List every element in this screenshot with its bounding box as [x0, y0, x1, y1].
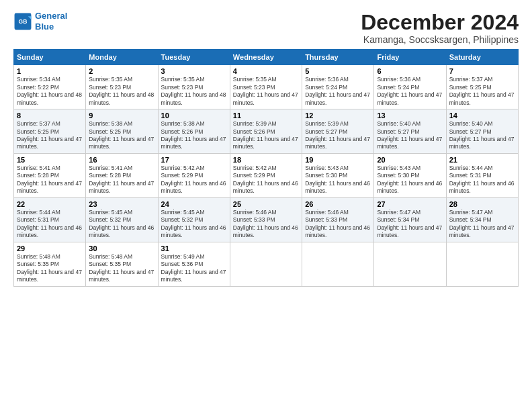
day-info: Sunrise: 5:48 AMSunset: 5:35 PMDaylight:…	[89, 253, 154, 284]
day-cell	[302, 242, 374, 286]
day-cell: 30 Sunrise: 5:48 AMSunset: 5:35 PMDaylig…	[86, 242, 158, 286]
day-cell	[446, 242, 518, 286]
day-info: Sunrise: 5:49 AMSunset: 5:36 PMDaylight:…	[161, 253, 227, 284]
day-number: 19	[305, 156, 371, 164]
day-cell: 20 Sunrise: 5:43 AMSunset: 5:30 PMDaylig…	[374, 153, 446, 197]
day-number: 14	[449, 111, 515, 120]
day-number: 25	[233, 200, 299, 208]
logo: GB General Blue	[13, 11, 67, 32]
col-header-sunday: Sunday	[14, 50, 86, 65]
day-number: 13	[377, 111, 443, 120]
title-block: December 2024 Kamanga, Soccsksargen, Phi…	[361, 11, 519, 45]
day-number: 24	[161, 200, 227, 208]
day-cell	[374, 242, 446, 286]
col-header-monday: Monday	[86, 50, 158, 65]
day-cell: 26 Sunrise: 5:46 AMSunset: 5:33 PMDaylig…	[302, 197, 374, 242]
day-cell: 3 Sunrise: 5:35 AMSunset: 5:23 PMDayligh…	[158, 65, 230, 109]
day-info: Sunrise: 5:44 AMSunset: 5:31 PMDaylight:…	[449, 165, 515, 195]
day-number: 12	[305, 111, 371, 120]
day-cell: 23 Sunrise: 5:45 AMSunset: 5:32 PMDaylig…	[86, 197, 158, 242]
day-info: Sunrise: 5:40 AMSunset: 5:27 PMDaylight:…	[377, 120, 443, 151]
day-cell: 27 Sunrise: 5:47 AMSunset: 5:34 PMDaylig…	[374, 197, 446, 242]
week-row-4: 22 Sunrise: 5:44 AMSunset: 5:31 PMDaylig…	[14, 197, 519, 242]
col-header-saturday: Saturday	[446, 50, 518, 65]
logo-line1: General	[35, 11, 67, 21]
day-cell: 29 Sunrise: 5:48 AMSunset: 5:35 PMDaylig…	[14, 242, 86, 286]
day-number: 2	[89, 67, 154, 75]
day-info: Sunrise: 5:42 AMSunset: 5:29 PMDaylight:…	[161, 165, 227, 195]
day-number: 5	[305, 67, 371, 75]
day-number: 3	[161, 67, 227, 75]
day-number: 17	[161, 156, 227, 164]
day-cell: 5 Sunrise: 5:36 AMSunset: 5:24 PMDayligh…	[302, 65, 374, 109]
header: GB General Blue December 2024 Kamanga, S…	[13, 11, 519, 45]
col-header-tuesday: Tuesday	[158, 50, 230, 65]
col-header-thursday: Thursday	[302, 50, 374, 65]
calendar-table: SundayMondayTuesdayWednesdayThursdayFrid…	[13, 49, 519, 286]
day-info: Sunrise: 5:42 AMSunset: 5:29 PMDaylight:…	[233, 165, 299, 195]
day-cell: 8 Sunrise: 5:37 AMSunset: 5:25 PMDayligh…	[14, 109, 86, 154]
main-title: December 2024	[361, 11, 519, 34]
day-cell: 19 Sunrise: 5:43 AMSunset: 5:30 PMDaylig…	[302, 153, 374, 197]
day-cell: 12 Sunrise: 5:39 AMSunset: 5:27 PMDaylig…	[302, 109, 374, 154]
day-number: 7	[449, 67, 515, 75]
week-row-3: 15 Sunrise: 5:41 AMSunset: 5:28 PMDaylig…	[14, 153, 519, 197]
day-info: Sunrise: 5:48 AMSunset: 5:35 PMDaylight:…	[17, 253, 83, 284]
day-cell: 11 Sunrise: 5:39 AMSunset: 5:26 PMDaylig…	[230, 109, 302, 154]
day-cell: 17 Sunrise: 5:42 AMSunset: 5:29 PMDaylig…	[158, 153, 230, 197]
day-info: Sunrise: 5:43 AMSunset: 5:30 PMDaylight:…	[377, 165, 443, 195]
day-cell: 6 Sunrise: 5:36 AMSunset: 5:24 PMDayligh…	[374, 65, 446, 109]
day-cell: 18 Sunrise: 5:42 AMSunset: 5:29 PMDaylig…	[230, 153, 302, 197]
day-cell: 7 Sunrise: 5:37 AMSunset: 5:25 PMDayligh…	[446, 65, 518, 109]
day-cell: 2 Sunrise: 5:35 AMSunset: 5:23 PMDayligh…	[86, 65, 158, 109]
day-number: 26	[305, 200, 371, 208]
day-number: 28	[449, 200, 515, 208]
day-number: 29	[17, 244, 83, 253]
logo-text: General Blue	[35, 11, 67, 32]
day-number: 18	[233, 156, 299, 164]
day-info: Sunrise: 5:35 AMSunset: 5:23 PMDaylight:…	[233, 76, 299, 107]
day-cell: 28 Sunrise: 5:47 AMSunset: 5:34 PMDaylig…	[446, 197, 518, 242]
day-number: 4	[233, 67, 299, 75]
day-cell: 24 Sunrise: 5:45 AMSunset: 5:32 PMDaylig…	[158, 197, 230, 242]
day-number: 16	[89, 156, 154, 164]
day-cell: 9 Sunrise: 5:38 AMSunset: 5:25 PMDayligh…	[86, 109, 158, 154]
day-cell: 10 Sunrise: 5:38 AMSunset: 5:26 PMDaylig…	[158, 109, 230, 154]
day-info: Sunrise: 5:38 AMSunset: 5:26 PMDaylight:…	[161, 120, 227, 151]
day-cell: 25 Sunrise: 5:46 AMSunset: 5:33 PMDaylig…	[230, 197, 302, 242]
day-info: Sunrise: 5:41 AMSunset: 5:28 PMDaylight:…	[17, 165, 83, 195]
day-info: Sunrise: 5:47 AMSunset: 5:34 PMDaylight:…	[377, 209, 443, 240]
week-row-2: 8 Sunrise: 5:37 AMSunset: 5:25 PMDayligh…	[14, 109, 519, 154]
logo-icon: GB	[13, 12, 32, 31]
day-number: 20	[377, 156, 443, 164]
day-info: Sunrise: 5:35 AMSunset: 5:23 PMDaylight:…	[161, 76, 227, 107]
col-header-friday: Friday	[374, 50, 446, 65]
day-cell: 1 Sunrise: 5:34 AMSunset: 5:22 PMDayligh…	[14, 65, 86, 109]
week-row-5: 29 Sunrise: 5:48 AMSunset: 5:35 PMDaylig…	[14, 242, 519, 286]
day-info: Sunrise: 5:36 AMSunset: 5:24 PMDaylight:…	[305, 76, 371, 107]
day-cell: 13 Sunrise: 5:40 AMSunset: 5:27 PMDaylig…	[374, 109, 446, 154]
day-number: 22	[17, 200, 83, 208]
day-number: 8	[17, 111, 83, 120]
svg-text:GB: GB	[19, 18, 28, 25]
day-info: Sunrise: 5:36 AMSunset: 5:24 PMDaylight:…	[377, 76, 443, 107]
day-number: 10	[161, 111, 227, 120]
header-row: SundayMondayTuesdayWednesdayThursdayFrid…	[14, 50, 519, 65]
day-info: Sunrise: 5:34 AMSunset: 5:22 PMDaylight:…	[17, 76, 83, 107]
day-info: Sunrise: 5:47 AMSunset: 5:34 PMDaylight:…	[449, 209, 515, 240]
day-info: Sunrise: 5:44 AMSunset: 5:31 PMDaylight:…	[17, 209, 83, 240]
day-info: Sunrise: 5:45 AMSunset: 5:32 PMDaylight:…	[161, 209, 227, 240]
day-cell: 21 Sunrise: 5:44 AMSunset: 5:31 PMDaylig…	[446, 153, 518, 197]
day-info: Sunrise: 5:35 AMSunset: 5:23 PMDaylight:…	[89, 76, 154, 107]
day-cell: 14 Sunrise: 5:40 AMSunset: 5:27 PMDaylig…	[446, 109, 518, 154]
day-info: Sunrise: 5:40 AMSunset: 5:27 PMDaylight:…	[449, 120, 515, 151]
day-number: 11	[233, 111, 299, 120]
page: GB General Blue December 2024 Kamanga, S…	[0, 0, 532, 411]
day-info: Sunrise: 5:41 AMSunset: 5:28 PMDaylight:…	[89, 165, 154, 195]
day-info: Sunrise: 5:46 AMSunset: 5:33 PMDaylight:…	[233, 209, 299, 240]
day-number: 27	[377, 200, 443, 208]
day-cell: 31 Sunrise: 5:49 AMSunset: 5:36 PMDaylig…	[158, 242, 230, 286]
day-info: Sunrise: 5:39 AMSunset: 5:26 PMDaylight:…	[233, 120, 299, 151]
day-info: Sunrise: 5:45 AMSunset: 5:32 PMDaylight:…	[89, 209, 154, 240]
day-number: 1	[17, 67, 83, 75]
